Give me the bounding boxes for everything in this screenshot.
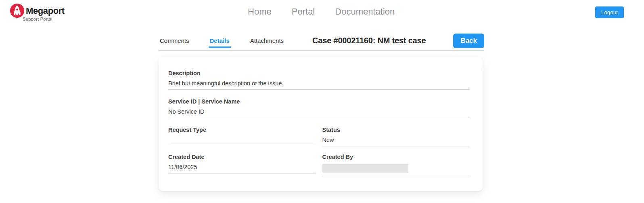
request-type-value: [168, 137, 316, 145]
logout-button[interactable]: Logout: [595, 6, 624, 18]
created-by-redacted-value: [322, 164, 408, 173]
brand-logo[interactable]: Megaport Support Portal: [10, 3, 65, 21]
nav-item-documentation[interactable]: Documentation: [335, 6, 395, 17]
field-row-request-status: Request Type Status New: [168, 127, 470, 154]
header: Megaport Support Portal Home Portal Docu…: [0, 0, 644, 24]
megaport-rocket-icon: [10, 3, 25, 18]
description-value: Brief but meaningful description of the …: [168, 80, 470, 90]
created-date-label: Created Date: [168, 154, 316, 160]
case-details-card: Description Brief but meaningful descrip…: [159, 57, 483, 191]
nav-item-home[interactable]: Home: [248, 6, 272, 17]
brand-subtitle: Support Portal: [10, 17, 65, 21]
field-service-id: Service ID | Service Name No Service ID: [168, 98, 470, 118]
field-request-type: Request Type: [168, 127, 316, 145]
case-page: Comments Details Attachments Case #00021…: [159, 33, 484, 191]
nav-item-portal[interactable]: Portal: [292, 6, 315, 17]
field-description: Description Brief but meaningful descrip…: [168, 70, 470, 90]
created-date-value: 11/06/2025: [168, 164, 316, 173]
status-value: New: [322, 137, 470, 146]
field-status: Status New: [322, 127, 470, 154]
request-type-label: Request Type: [168, 127, 316, 133]
tab-attachments[interactable]: Attachments: [249, 33, 285, 48]
created-by-value: [322, 164, 470, 176]
tab-comments[interactable]: Comments: [159, 33, 190, 48]
service-id-value: No Service ID: [168, 108, 470, 118]
title-wrap: Case #00021160: NM test case: [303, 33, 435, 48]
brand-name: Megaport: [26, 6, 65, 16]
status-label: Status: [322, 127, 470, 133]
created-by-label: Created By: [322, 154, 470, 160]
field-created-date: Created Date 11/06/2025: [168, 154, 316, 176]
back-button[interactable]: Back: [453, 34, 484, 48]
service-id-label: Service ID | Service Name: [168, 98, 470, 105]
case-title: Case #00021160: NM test case: [312, 36, 426, 45]
tab-details[interactable]: Details: [209, 33, 231, 48]
main-nav: Home Portal Documentation: [248, 6, 395, 17]
field-created-by: Created By: [322, 154, 470, 176]
tab-bar: Comments Details Attachments Case #00021…: [159, 33, 484, 51]
description-label: Description: [168, 70, 470, 76]
field-row-created: Created Date 11/06/2025 Created By: [168, 154, 470, 176]
